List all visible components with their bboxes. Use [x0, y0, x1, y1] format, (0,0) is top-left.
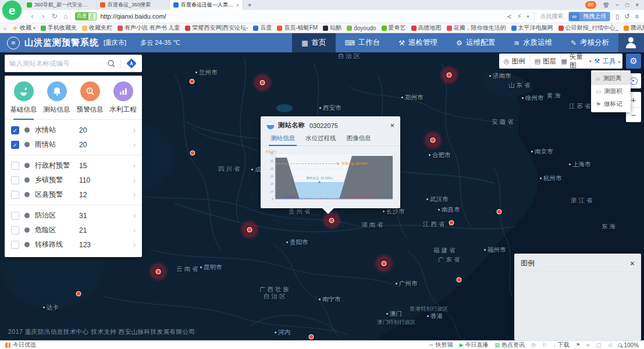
bookmark-item[interactable]: doyoudo	[347, 25, 376, 31]
checkbox[interactable]	[11, 241, 19, 249]
notification-badge[interactable]: 80	[585, 1, 596, 9]
station-marker[interactable]	[447, 73, 452, 78]
layer-row-水情站[interactable]: ✓水情站20›	[5, 123, 142, 137]
checkbox[interactable]	[11, 162, 19, 170]
undo-icon[interactable]: ↺	[624, 13, 629, 20]
chevron-right-icon[interactable]: ›	[133, 176, 136, 184]
nav-item-工作台[interactable]: ⌨工作台	[336, 33, 390, 52]
address-search-hint[interactable]: 点此搜索	[540, 12, 563, 20]
new-tab-button[interactable]: +	[243, 0, 256, 10]
reload-button[interactable]: ↻	[49, 12, 60, 20]
checkbox[interactable]	[11, 212, 19, 220]
layer-row-防治区[interactable]: 防治区31›	[5, 208, 142, 223]
checkbox[interactable]	[11, 226, 19, 234]
speed-icon[interactable]: ⚡	[517, 13, 522, 20]
bookmarks-expand-icon[interactable]: ▹	[4, 25, 7, 31]
forward-button[interactable]: ›	[38, 12, 49, 20]
chevron-right-icon[interactable]: ›	[133, 162, 136, 170]
layer-row-区县预警[interactable]: 区县预警12›	[5, 187, 142, 202]
site-safety-badge[interactable]: 百度 正	[75, 12, 97, 20]
status-left[interactable]: 今日优选	[5, 341, 36, 349]
category-tab-基础信息[interactable]: 基础信息	[7, 81, 40, 119]
status-item[interactable]: ⚑	[576, 342, 581, 348]
popup-tab-测站信息[interactable]: 测站信息	[265, 133, 300, 145]
chevron-right-icon[interactable]: ›	[133, 126, 136, 134]
settings-gear-button[interactable]: ⚙	[626, 54, 641, 69]
station-marker[interactable]	[329, 218, 335, 223]
category-tab-测站信息[interactable]: 测站信息	[40, 81, 73, 119]
popup-tab-图像信息[interactable]: 图像信息	[341, 133, 376, 145]
nav-item-首页[interactable]: ▦首页	[292, 33, 335, 52]
layer-row-危险区[interactable]: 危险区21›	[5, 223, 142, 237]
bookmark-item[interactable]: 高德地图	[411, 24, 442, 32]
region-label[interactable]: [重庆市]	[104, 38, 126, 47]
station-marker[interactable]	[156, 269, 161, 275]
nav-item-水质运维[interactable]: ≋水质运维	[504, 33, 561, 52]
bookmark-item[interactable]: 手机收藏夹	[41, 24, 77, 32]
locate-diamond-icon[interactable]	[126, 58, 137, 69]
status-item[interactable]: ◷	[531, 342, 536, 348]
bookmark-item[interactable]: 有声小说 有声书 儿童	[118, 24, 180, 32]
status-item[interactable]: ▢	[596, 342, 602, 348]
tab-close-icon[interactable]: ×	[236, 2, 239, 8]
checkbox[interactable]	[11, 191, 19, 199]
legend-close-icon[interactable]: ×	[630, 259, 635, 268]
bookmark-item[interactable]: 百度	[253, 24, 272, 32]
home-button[interactable]: ⌂	[60, 12, 71, 20]
chevron-right-icon[interactable]: ›	[133, 191, 136, 199]
bookmark-item[interactable]: 腾讯财经	[624, 24, 644, 32]
close-button[interactable]: ×	[635, 2, 639, 8]
status-item[interactable]: ◁	[608, 342, 612, 348]
layer-row-乡镇预警[interactable]: 乡镇预警110›	[5, 173, 142, 187]
layer-row-转移路线[interactable]: 转移路线123›	[5, 237, 142, 252]
bookmark-item[interactable]: 荣耀西安网|西安论坛-	[185, 24, 248, 32]
checkbox[interactable]: ✓	[11, 141, 19, 149]
cloud-upload-widget[interactable]: ∞ 拖拽上传	[568, 12, 610, 22]
bookmark-item[interactable]: 爱奇艺	[382, 24, 406, 32]
status-item-热点资讯[interactable]: ▤热点资讯	[495, 341, 525, 349]
map-tool-图例[interactable]: ◎图例	[499, 54, 529, 69]
bookmark-item[interactable]: 花瓣，陪你做生活的	[447, 24, 506, 32]
layer-row-行政村预警[interactable]: 行政村预警15›	[5, 158, 142, 173]
map-tool-矢量图[interactable]: ▦矢量图▾	[561, 54, 592, 69]
status-item-今日直播[interactable]: ▶今日直播	[460, 341, 489, 349]
bookmark-item[interactable]: 首页-蜻蜓FM	[277, 24, 318, 32]
dropdown-item-做标记[interactable]: ⚑做标记	[591, 98, 631, 111]
menu-icon[interactable]: ≡	[635, 13, 639, 20]
user-avatar[interactable]	[618, 33, 644, 52]
nav-item-考核分析[interactable]: ✎考核分析	[561, 33, 618, 52]
station-marker[interactable]	[190, 151, 195, 156]
nav-item-巡检管理[interactable]: ⚒巡检管理	[389, 33, 447, 52]
checkbox[interactable]	[11, 176, 19, 184]
browser-360-logo[interactable]: e	[2, 1, 22, 20]
station-marker[interactable]	[309, 334, 314, 340]
browser-tab[interactable]: 百度春运迁徙—人类最大规模迁...×	[170, 0, 243, 10]
share-icon[interactable]: ≺	[506, 13, 511, 20]
station-marker[interactable]	[247, 227, 252, 233]
status-item-下载[interactable]: ↓下载	[553, 341, 570, 349]
station-marker[interactable]	[76, 291, 81, 297]
category-tab-预警信息[interactable]: 预警信息	[73, 81, 106, 119]
chevron-right-icon[interactable]: ›	[133, 141, 136, 149]
map-tool-工具[interactable]: ⚒工具▴	[592, 54, 622, 69]
mobile-icon[interactable]: ▯	[615, 13, 619, 20]
speed-caret-icon[interactable]: ▾	[526, 14, 529, 19]
bookmark-item[interactable]: 公司财报_行情中心_	[558, 24, 618, 32]
station-marker[interactable]	[382, 261, 387, 266]
bookmark-item[interactable]: ★收藏▾	[12, 24, 35, 32]
map-tool-图层[interactable]: ▤图层	[529, 54, 560, 69]
station-marker[interactable]	[457, 277, 462, 283]
status-item[interactable]: ⚐	[542, 342, 547, 348]
bookmark-item[interactable]: 太平洋电脑网	[511, 24, 553, 32]
checkbox[interactable]: ✓	[11, 126, 19, 134]
maximize-button[interactable]: □	[625, 2, 629, 8]
bookmark-item[interactable]: 站酷	[323, 24, 341, 32]
dropdown-item-测距离[interactable]: ▱测距离	[591, 72, 631, 85]
dropdown-item-测面积[interactable]: ▭测面积	[591, 85, 631, 98]
browser-tab[interactable]: 360导航_新一代安全上网导航	[23, 0, 97, 10]
chevron-right-icon[interactable]: ›	[133, 241, 136, 249]
minimize-button[interactable]: −	[615, 2, 619, 8]
back-button[interactable]: ‹	[27, 12, 38, 20]
url-text[interactable]: http://qianxi.baidu.com/	[101, 13, 166, 20]
cloud-disk-icon[interactable]: ∞	[569, 12, 579, 21]
